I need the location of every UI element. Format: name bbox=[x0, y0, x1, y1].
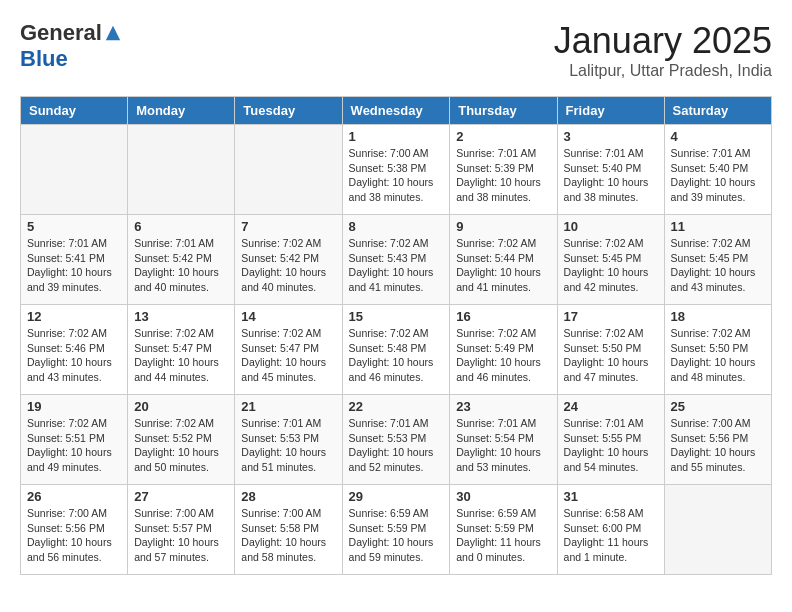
weekday-header-monday: Monday bbox=[128, 97, 235, 125]
calendar-cell: 3Sunrise: 7:01 AM Sunset: 5:40 PM Daylig… bbox=[557, 125, 664, 215]
calendar-cell: 30Sunrise: 6:59 AM Sunset: 5:59 PM Dayli… bbox=[450, 485, 557, 575]
day-number: 18 bbox=[671, 309, 765, 324]
calendar-cell bbox=[21, 125, 128, 215]
day-info: Sunrise: 7:01 AM Sunset: 5:55 PM Dayligh… bbox=[564, 416, 658, 475]
calendar-cell: 24Sunrise: 7:01 AM Sunset: 5:55 PM Dayli… bbox=[557, 395, 664, 485]
calendar-cell: 26Sunrise: 7:00 AM Sunset: 5:56 PM Dayli… bbox=[21, 485, 128, 575]
calendar-cell: 7Sunrise: 7:02 AM Sunset: 5:42 PM Daylig… bbox=[235, 215, 342, 305]
day-info: Sunrise: 7:01 AM Sunset: 5:40 PM Dayligh… bbox=[564, 146, 658, 205]
day-number: 28 bbox=[241, 489, 335, 504]
day-info: Sunrise: 7:02 AM Sunset: 5:51 PM Dayligh… bbox=[27, 416, 121, 475]
day-info: Sunrise: 7:02 AM Sunset: 5:47 PM Dayligh… bbox=[241, 326, 335, 385]
calendar-cell: 2Sunrise: 7:01 AM Sunset: 5:39 PM Daylig… bbox=[450, 125, 557, 215]
calendar-cell: 29Sunrise: 6:59 AM Sunset: 5:59 PM Dayli… bbox=[342, 485, 450, 575]
page-header: General Blue January 2025 Lalitpur, Utta… bbox=[20, 20, 772, 80]
day-info: Sunrise: 7:02 AM Sunset: 5:49 PM Dayligh… bbox=[456, 326, 550, 385]
day-number: 12 bbox=[27, 309, 121, 324]
calendar-cell: 18Sunrise: 7:02 AM Sunset: 5:50 PM Dayli… bbox=[664, 305, 771, 395]
calendar-cell: 20Sunrise: 7:02 AM Sunset: 5:52 PM Dayli… bbox=[128, 395, 235, 485]
day-info: Sunrise: 7:01 AM Sunset: 5:53 PM Dayligh… bbox=[349, 416, 444, 475]
day-number: 19 bbox=[27, 399, 121, 414]
logo-blue: Blue bbox=[20, 46, 68, 72]
day-info: Sunrise: 7:02 AM Sunset: 5:44 PM Dayligh… bbox=[456, 236, 550, 295]
calendar-cell: 28Sunrise: 7:00 AM Sunset: 5:58 PM Dayli… bbox=[235, 485, 342, 575]
day-info: Sunrise: 7:01 AM Sunset: 5:41 PM Dayligh… bbox=[27, 236, 121, 295]
day-info: Sunrise: 7:02 AM Sunset: 5:52 PM Dayligh… bbox=[134, 416, 228, 475]
calendar-cell: 6Sunrise: 7:01 AM Sunset: 5:42 PM Daylig… bbox=[128, 215, 235, 305]
calendar-cell bbox=[664, 485, 771, 575]
calendar-cell: 16Sunrise: 7:02 AM Sunset: 5:49 PM Dayli… bbox=[450, 305, 557, 395]
calendar-week-row: 26Sunrise: 7:00 AM Sunset: 5:56 PM Dayli… bbox=[21, 485, 772, 575]
day-number: 30 bbox=[456, 489, 550, 504]
logo-general: General bbox=[20, 20, 102, 46]
weekday-header-sunday: Sunday bbox=[21, 97, 128, 125]
day-info: Sunrise: 7:02 AM Sunset: 5:50 PM Dayligh… bbox=[564, 326, 658, 385]
day-info: Sunrise: 7:01 AM Sunset: 5:53 PM Dayligh… bbox=[241, 416, 335, 475]
calendar-week-row: 5Sunrise: 7:01 AM Sunset: 5:41 PM Daylig… bbox=[21, 215, 772, 305]
calendar-cell: 15Sunrise: 7:02 AM Sunset: 5:48 PM Dayli… bbox=[342, 305, 450, 395]
calendar-cell: 4Sunrise: 7:01 AM Sunset: 5:40 PM Daylig… bbox=[664, 125, 771, 215]
weekday-header-thursday: Thursday bbox=[450, 97, 557, 125]
day-info: Sunrise: 7:02 AM Sunset: 5:43 PM Dayligh… bbox=[349, 236, 444, 295]
weekday-header-saturday: Saturday bbox=[664, 97, 771, 125]
day-number: 20 bbox=[134, 399, 228, 414]
day-info: Sunrise: 6:59 AM Sunset: 5:59 PM Dayligh… bbox=[349, 506, 444, 565]
calendar-cell: 11Sunrise: 7:02 AM Sunset: 5:45 PM Dayli… bbox=[664, 215, 771, 305]
day-info: Sunrise: 7:02 AM Sunset: 5:45 PM Dayligh… bbox=[564, 236, 658, 295]
calendar-cell: 17Sunrise: 7:02 AM Sunset: 5:50 PM Dayli… bbox=[557, 305, 664, 395]
day-info: Sunrise: 6:59 AM Sunset: 5:59 PM Dayligh… bbox=[456, 506, 550, 565]
day-number: 3 bbox=[564, 129, 658, 144]
day-info: Sunrise: 7:00 AM Sunset: 5:38 PM Dayligh… bbox=[349, 146, 444, 205]
logo-icon bbox=[104, 24, 122, 42]
day-number: 6 bbox=[134, 219, 228, 234]
calendar-cell bbox=[128, 125, 235, 215]
calendar-table: SundayMondayTuesdayWednesdayThursdayFrid… bbox=[20, 96, 772, 575]
day-info: Sunrise: 7:02 AM Sunset: 5:45 PM Dayligh… bbox=[671, 236, 765, 295]
day-number: 11 bbox=[671, 219, 765, 234]
calendar-cell: 14Sunrise: 7:02 AM Sunset: 5:47 PM Dayli… bbox=[235, 305, 342, 395]
calendar-subtitle: Lalitpur, Uttar Pradesh, India bbox=[554, 62, 772, 80]
day-info: Sunrise: 7:00 AM Sunset: 5:57 PM Dayligh… bbox=[134, 506, 228, 565]
day-number: 23 bbox=[456, 399, 550, 414]
day-number: 15 bbox=[349, 309, 444, 324]
calendar-cell: 1Sunrise: 7:00 AM Sunset: 5:38 PM Daylig… bbox=[342, 125, 450, 215]
day-number: 16 bbox=[456, 309, 550, 324]
day-info: Sunrise: 6:58 AM Sunset: 6:00 PM Dayligh… bbox=[564, 506, 658, 565]
day-number: 8 bbox=[349, 219, 444, 234]
day-number: 5 bbox=[27, 219, 121, 234]
day-info: Sunrise: 7:02 AM Sunset: 5:50 PM Dayligh… bbox=[671, 326, 765, 385]
day-info: Sunrise: 7:01 AM Sunset: 5:42 PM Dayligh… bbox=[134, 236, 228, 295]
day-number: 25 bbox=[671, 399, 765, 414]
calendar-cell: 27Sunrise: 7:00 AM Sunset: 5:57 PM Dayli… bbox=[128, 485, 235, 575]
calendar-cell: 19Sunrise: 7:02 AM Sunset: 5:51 PM Dayli… bbox=[21, 395, 128, 485]
day-info: Sunrise: 7:02 AM Sunset: 5:47 PM Dayligh… bbox=[134, 326, 228, 385]
weekday-header-friday: Friday bbox=[557, 97, 664, 125]
day-number: 29 bbox=[349, 489, 444, 504]
calendar-cell: 21Sunrise: 7:01 AM Sunset: 5:53 PM Dayli… bbox=[235, 395, 342, 485]
day-number: 24 bbox=[564, 399, 658, 414]
day-number: 10 bbox=[564, 219, 658, 234]
calendar-cell: 22Sunrise: 7:01 AM Sunset: 5:53 PM Dayli… bbox=[342, 395, 450, 485]
day-info: Sunrise: 7:00 AM Sunset: 5:58 PM Dayligh… bbox=[241, 506, 335, 565]
calendar-cell: 13Sunrise: 7:02 AM Sunset: 5:47 PM Dayli… bbox=[128, 305, 235, 395]
day-number: 7 bbox=[241, 219, 335, 234]
logo: General Blue bbox=[20, 20, 122, 72]
day-number: 1 bbox=[349, 129, 444, 144]
day-number: 4 bbox=[671, 129, 765, 144]
day-info: Sunrise: 7:01 AM Sunset: 5:40 PM Dayligh… bbox=[671, 146, 765, 205]
day-number: 17 bbox=[564, 309, 658, 324]
day-info: Sunrise: 7:02 AM Sunset: 5:46 PM Dayligh… bbox=[27, 326, 121, 385]
day-number: 27 bbox=[134, 489, 228, 504]
calendar-cell: 5Sunrise: 7:01 AM Sunset: 5:41 PM Daylig… bbox=[21, 215, 128, 305]
day-number: 26 bbox=[27, 489, 121, 504]
weekday-header-row: SundayMondayTuesdayWednesdayThursdayFrid… bbox=[21, 97, 772, 125]
calendar-cell: 10Sunrise: 7:02 AM Sunset: 5:45 PM Dayli… bbox=[557, 215, 664, 305]
calendar-title: January 2025 bbox=[554, 20, 772, 62]
day-number: 22 bbox=[349, 399, 444, 414]
calendar-week-row: 19Sunrise: 7:02 AM Sunset: 5:51 PM Dayli… bbox=[21, 395, 772, 485]
calendar-cell: 8Sunrise: 7:02 AM Sunset: 5:43 PM Daylig… bbox=[342, 215, 450, 305]
day-info: Sunrise: 7:01 AM Sunset: 5:39 PM Dayligh… bbox=[456, 146, 550, 205]
calendar-cell: 31Sunrise: 6:58 AM Sunset: 6:00 PM Dayli… bbox=[557, 485, 664, 575]
day-number: 13 bbox=[134, 309, 228, 324]
weekday-header-tuesday: Tuesday bbox=[235, 97, 342, 125]
